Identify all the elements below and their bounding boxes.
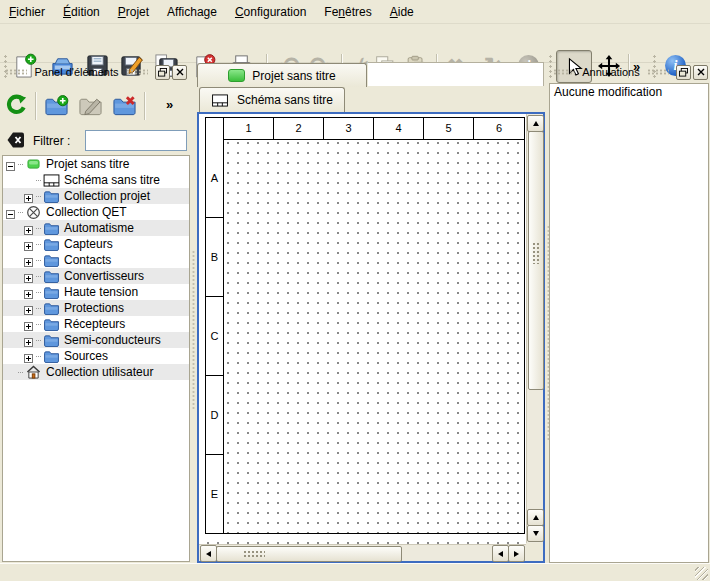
scroll-left-button-2[interactable] (492, 545, 509, 562)
elements-tree: Projet sans titreSchéma sans titreCollec… (2, 155, 190, 562)
close-panel-button[interactable] (172, 65, 187, 80)
tree-item-collection-qet[interactable]: Collection QET (3, 204, 189, 220)
delete-category-button[interactable] (111, 92, 138, 119)
row-header-d: D (206, 376, 224, 455)
elements-panel-header: Panel d'éléments (0, 63, 190, 81)
tree-item-label: Collection QET (46, 205, 131, 219)
arrow-down-icon (533, 531, 539, 536)
tree-item-sources[interactable]: Sources (3, 348, 189, 364)
project-icon (228, 69, 245, 82)
tree-item-projet-sans-titre[interactable]: Projet sans titre (3, 156, 189, 172)
clear-filter-button[interactable] (6, 130, 26, 153)
clear-filter-icon (6, 130, 26, 150)
thumb-grip (243, 550, 265, 559)
edit-category-button[interactable] (77, 92, 104, 119)
expand-icon[interactable] (24, 240, 33, 249)
folder-icon (43, 190, 60, 203)
vertical-scrollbar[interactable] (526, 114, 543, 543)
collapse-icon[interactable] (6, 160, 15, 169)
tree-item-collection-projet[interactable]: Collection projet (3, 188, 189, 204)
expand-icon[interactable] (24, 224, 33, 233)
tab-schema[interactable]: Schéma sans titre (199, 87, 345, 112)
menu-fenetres[interactable]: Fenêtres (315, 2, 380, 22)
expand-icon[interactable] (24, 320, 33, 329)
project-tab-bar: Projet sans titre (196, 62, 545, 86)
tree-item-automatisme[interactable]: Automatisme (3, 220, 189, 236)
tree-item-label: Semi-conducteurs (64, 333, 165, 347)
scroll-up-button[interactable] (527, 115, 544, 132)
tree-item-label: Capteurs (64, 237, 117, 251)
scroll-down-button[interactable] (527, 525, 544, 542)
tree-branch-line (36, 276, 41, 277)
row-header-c: C (206, 297, 224, 376)
menu-projet[interactable]: Projet (109, 2, 158, 22)
tree-item-haute-tension[interactable]: Haute tension (3, 284, 189, 300)
tree-item-recepteurs[interactable]: Récepteurs (3, 316, 189, 332)
menu-edition[interactable]: Édition (54, 2, 109, 22)
status-bar (0, 563, 710, 581)
folder-icon (43, 238, 60, 251)
schema-tab-bar: Schéma sans titre (196, 86, 545, 112)
horizontal-scroll-thumb[interactable] (216, 546, 402, 562)
qelectrotech-window: FichierÉditionProjetAffichageConfigurati… (0, 0, 710, 581)
tree-branch-line (18, 372, 23, 373)
tree-item-capteurs[interactable]: Capteurs (3, 236, 189, 252)
menu-affichage[interactable]: Affichage (158, 2, 226, 22)
menu-fichier[interactable]: Fichier (0, 2, 54, 22)
tree-item-semi-conducteurs[interactable]: Semi-conducteurs (3, 332, 189, 348)
undo-list-item[interactable]: Aucune modification (550, 84, 708, 102)
tree-item-contacts[interactable]: Contacts (3, 252, 189, 268)
tree-item-schema-sans-titre[interactable]: Schéma sans titre (3, 172, 189, 188)
expand-icon[interactable] (24, 336, 33, 345)
tree-item-collection-utilisateur[interactable]: Collection utilisateur (3, 364, 189, 380)
close-icon (176, 68, 184, 76)
left-splitter-handle[interactable] (191, 250, 196, 410)
elements-toolbar-overflow-button[interactable]: » (166, 97, 173, 112)
tree-branch-line (36, 244, 41, 245)
dock-texture (647, 69, 669, 75)
scroll-right-button[interactable] (508, 545, 525, 562)
filter-row: Filtrer : (0, 128, 190, 154)
new-category-button[interactable] (43, 92, 70, 119)
vertical-scroll-thumb[interactable] (528, 131, 544, 390)
tree-branch-line (36, 340, 41, 341)
float-panel-button[interactable] (676, 65, 691, 80)
scroll-left-button[interactable] (200, 545, 217, 562)
diagram-view: 123456 ABCDE (197, 112, 545, 563)
toolbar-separator (144, 92, 145, 120)
diagram-canvas[interactable]: 123456 ABCDE (199, 114, 526, 544)
filter-input[interactable] (85, 130, 187, 151)
tree-item-label: Protections (64, 301, 128, 315)
collapse-icon[interactable] (6, 208, 15, 217)
horizontal-scrollbar[interactable] (199, 544, 526, 561)
tree-branch-line (36, 292, 41, 293)
close-panel-button[interactable] (693, 65, 708, 80)
menu-configuration[interactable]: Configuration (226, 2, 315, 22)
tab-project[interactable]: Projet sans titre (197, 63, 367, 87)
menu-aide[interactable]: Aide (381, 2, 423, 22)
tree-branch-line (18, 212, 23, 213)
tab-project-label: Projet sans titre (252, 69, 335, 83)
tree-item-label: Récepteurs (64, 317, 129, 331)
reload-collections-button[interactable] (3, 92, 30, 119)
expand-icon[interactable] (24, 304, 33, 313)
elements-panel-title: Panel d'éléments (32, 66, 120, 78)
float-panel-button[interactable] (155, 65, 170, 80)
expand-icon[interactable] (24, 272, 33, 281)
tree-branch-line (36, 180, 41, 181)
tree-item-convertisseurs[interactable]: Convertisseurs (3, 268, 189, 284)
column-header-3: 3 (324, 118, 374, 139)
thumb-grip (532, 242, 541, 264)
reload-icon (4, 93, 29, 118)
scroll-up-button-2[interactable] (527, 509, 544, 526)
expand-icon[interactable] (24, 288, 33, 297)
resize-grip[interactable] (695, 567, 708, 580)
tree-branch-line (36, 308, 41, 309)
expand-icon[interactable] (24, 256, 33, 265)
tree-branch-line (36, 356, 41, 357)
expand-icon[interactable] (24, 192, 33, 201)
tree-item-protections[interactable]: Protections (3, 300, 189, 316)
undo-panel-header: Annulations (548, 63, 710, 81)
arrow-right-icon (514, 551, 519, 557)
expand-icon[interactable] (24, 352, 33, 361)
